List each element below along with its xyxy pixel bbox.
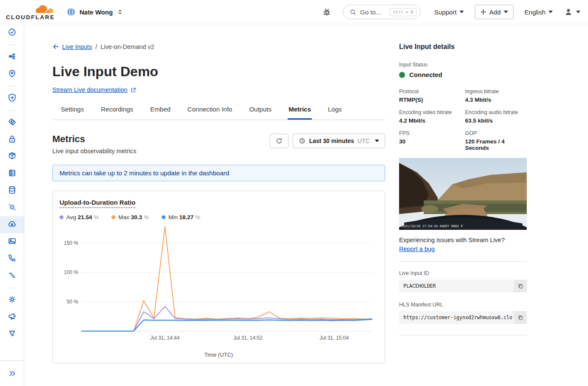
external-link-icon	[130, 87, 137, 93]
sidebar-item-megaphone[interactable]	[0, 309, 24, 326]
sidebar-item-gantt[interactable]	[0, 267, 24, 284]
report-a-bug-link[interactable]: Report a bug	[399, 246, 435, 252]
time-range-label: Last 30 minutes	[309, 137, 354, 144]
detail-label: FPS	[399, 130, 461, 136]
tab-recordings[interactable]: Recordings	[100, 106, 134, 120]
sidebar-item-gear[interactable]	[0, 292, 24, 309]
sidebar-divider	[9, 110, 15, 111]
sidebar-item-funnel[interactable]	[0, 326, 24, 343]
gear-icon	[8, 295, 17, 306]
svg-text:Jul 31, 14:44: Jul 31, 14:44	[150, 335, 180, 341]
sidebar-item-traffic-split[interactable]	[0, 49, 24, 66]
tab-settings[interactable]: Settings	[60, 106, 85, 120]
sidebar-item-database[interactable]	[0, 182, 24, 199]
detail-value: RTMP(S)	[399, 97, 461, 103]
metrics-subheading: Live input observability metrics	[52, 148, 136, 154]
funnel-icon	[8, 329, 17, 340]
live-input-id-field[interactable]: PLACEHOLDER	[399, 280, 527, 292]
svg-text:150 %: 150 %	[64, 240, 78, 246]
report-bug-button[interactable]	[322, 7, 332, 17]
tab-bar: SettingsRecordingsEmbedConnection InfoOu…	[52, 106, 385, 120]
bug-icon	[322, 7, 332, 17]
time-range-dropdown[interactable]: Last 30 minutes UTC	[293, 134, 385, 148]
sidebar-item-images[interactable]	[0, 233, 24, 250]
divider	[399, 261, 527, 262]
page-title: Live Input Demo	[52, 64, 385, 80]
tab-connection-info[interactable]: Connection Info	[187, 106, 233, 120]
add-button[interactable]: Add	[475, 5, 514, 19]
chevron-down-icon	[375, 140, 379, 142]
sidebar-item-layers-bolt[interactable]	[0, 114, 24, 131]
legend-item-max: Max 30.3 %	[111, 214, 148, 220]
copy-hls-url-button[interactable]	[514, 311, 527, 324]
breadcrumb-current: Live-on-Demand v2	[100, 43, 154, 50]
hls-manifest-url-field[interactable]: https://customer-igynxd2rwhmuoxw8.cloudf	[399, 311, 527, 324]
sidebar-item-clock-history[interactable]	[0, 24, 24, 41]
sidebar-item-phone[interactable]	[0, 250, 24, 267]
selector-icon	[117, 8, 123, 16]
hls-manifest-url-label: HLS Manifest URL	[399, 302, 527, 308]
breadcrumb-back-link[interactable]: Live Inputs	[52, 43, 92, 50]
arrow-left-icon	[52, 43, 60, 50]
chevron-down-icon	[576, 11, 580, 13]
support-menu[interactable]: Support	[434, 9, 464, 16]
detail-value: 120 Frames / 4 Seconds	[465, 138, 527, 151]
sidebar-item-stream-cloud-play[interactable]	[0, 216, 24, 233]
cloudflare-wordmark: CLOUDFLARE	[6, 14, 55, 20]
global-search[interactable]: ctrl + K	[343, 5, 420, 19]
images-icon	[8, 237, 17, 247]
sidebar-item-cube[interactable]	[0, 148, 24, 165]
plus-icon	[480, 9, 486, 15]
gantt-icon	[8, 271, 17, 281]
account-name: Nate Wong	[80, 9, 113, 16]
copy-icon	[517, 283, 524, 289]
stream-docs-link[interactable]: Stream Live documentation	[52, 86, 137, 93]
chart-xaxis-title: Time (UTC)	[60, 352, 378, 358]
metrics-heading: Metrics	[52, 134, 136, 145]
stream-cloud-play-icon	[8, 220, 17, 230]
sidebar-item-server-stack[interactable]	[0, 165, 24, 182]
copy-live-input-id-button[interactable]	[514, 280, 527, 292]
live-preview-thumbnail: 2021/10/20 17:54:29 AUKEY DR02 P	[399, 158, 527, 230]
profile-menu[interactable]	[564, 7, 580, 17]
sidebar-divider	[9, 45, 15, 45]
tab-outputs[interactable]: Outputs	[248, 106, 273, 120]
chart-title[interactable]: Upload-to-Duration Ratio	[60, 199, 135, 208]
detail-label: Ingress bitrate	[465, 89, 527, 94]
hls-manifest-url-value: https://customer-igynxd2rwhmuoxw8.cloudf	[399, 315, 512, 320]
refresh-button[interactable]	[270, 134, 288, 148]
legend-item-min: Min 18.27 %	[162, 214, 200, 220]
cube-icon	[8, 152, 17, 162]
sidebar-expand-button[interactable]	[0, 360, 24, 386]
series-line-max	[82, 227, 372, 331]
live-input-id-label: Live Input ID	[399, 270, 527, 276]
tab-logs[interactable]: Logs	[327, 106, 343, 120]
language-menu[interactable]: English	[525, 9, 553, 16]
tab-metrics[interactable]: Metrics	[288, 106, 312, 120]
detail-label: Protocol	[399, 89, 461, 94]
detail-field-fps: FPS30	[399, 130, 461, 151]
status-connected-dot	[399, 72, 405, 78]
top-bar: CLOUDFLARE Nate Wong ctrl + K Support	[0, 0, 588, 24]
search-input[interactable]	[360, 9, 386, 16]
traffic-split-icon	[8, 52, 17, 63]
detail-label: Encoding video bitrate	[399, 109, 461, 115]
lock-icon	[8, 134, 17, 145]
detail-field-ingress-bitrate: Ingress bitrate4.3 Mbit/s	[465, 89, 527, 103]
sidebar-item-sparkles[interactable]	[0, 199, 24, 216]
chevron-down-icon	[460, 11, 464, 13]
time-zone-label: UTC	[357, 137, 370, 144]
upload-duration-chart-card: Upload-to-Duration Ratio Avg 21.54 %Max …	[52, 191, 385, 363]
sidebar-item-shield-arrow[interactable]	[0, 90, 24, 107]
cloudflare-logo[interactable]: CLOUDFLARE	[6, 2, 54, 22]
detail-field-protocol: ProtocolRTMP(S)	[399, 89, 461, 103]
layers-bolt-icon	[8, 117, 17, 128]
tab-embed[interactable]: Embed	[149, 106, 171, 120]
account-switcher[interactable]: Nate Wong	[66, 7, 123, 17]
sidebar-item-lock[interactable]	[0, 131, 24, 148]
chevron-down-icon	[548, 11, 553, 13]
sidebar-item-location-pin[interactable]	[0, 66, 24, 83]
globe-icon	[66, 7, 76, 17]
series-line-avg	[82, 306, 372, 331]
detail-value: 4.3 Mbit/s	[465, 97, 527, 103]
